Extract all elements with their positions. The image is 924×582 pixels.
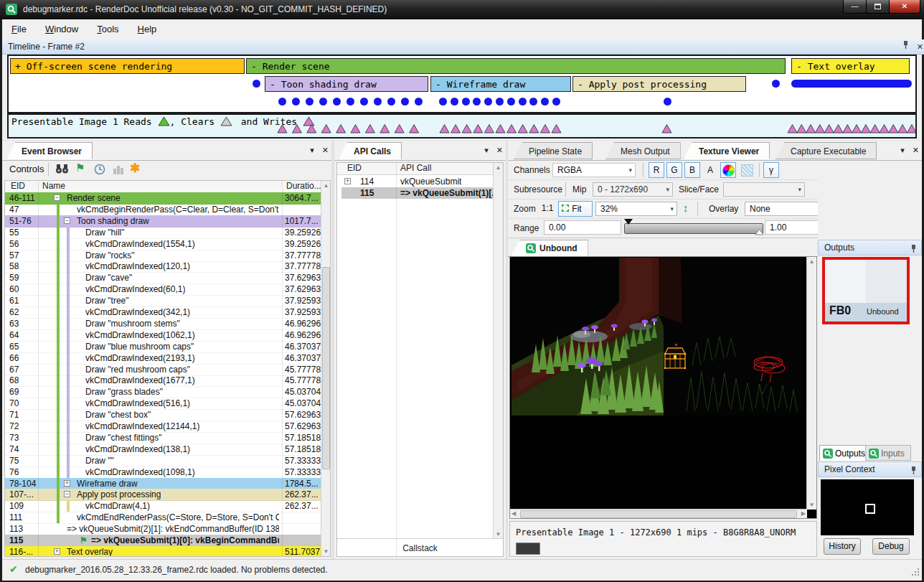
event-row[interactable]: 59Draw "cave"37.62963 (5, 272, 322, 284)
pin-icon[interactable] (910, 465, 917, 480)
tab-texture-viewer[interactable]: Texture Viewer (684, 142, 770, 159)
colorwheel-button[interactable] (720, 162, 736, 178)
timeline-draw-dot[interactable] (772, 80, 780, 88)
timeline-draw-dot[interactable] (519, 98, 527, 105)
timeline-draw-dot[interactable] (664, 98, 671, 105)
callstack-label[interactable]: Callstack (337, 543, 503, 553)
timeline-draw-dot[interactable] (292, 98, 300, 105)
channels-select[interactable]: RGBA▾ (552, 163, 636, 177)
event-row[interactable]: ⚑115=> vkQueueSubmit(1)[0]: vkBeginComma… (5, 535, 322, 547)
resize-grip[interactable] (911, 568, 920, 579)
timeline-draw-pill[interactable] (791, 80, 912, 88)
event-row[interactable]: 61Draw "tree"37.92593 (5, 295, 322, 307)
timeline-draw-dot[interactable] (484, 98, 492, 105)
timeline-marker-render-scene[interactable]: - Render scene (246, 58, 786, 74)
minimize-button[interactable]: — (843, 0, 867, 14)
event-row[interactable]: 66vkCmdDrawIndexed(2193,1)46.37037 (5, 352, 322, 365)
history-button[interactable]: History (824, 538, 861, 555)
event-row[interactable]: 62vkCmdDrawIndexed(342,1)37.92593 (5, 306, 322, 319)
event-row[interactable]: 111vkCmdEndRenderPass(C=Store, D=Store, … (5, 512, 322, 524)
event-row[interactable]: −51-76Toon shading draw1017.7... (5, 215, 322, 227)
timeline-draw-dot[interactable] (360, 98, 368, 105)
zoom-1to1-button[interactable]: 1:1 (538, 201, 557, 217)
maximize-button[interactable] (866, 0, 890, 14)
api-scrollbar[interactable]: ▲ ▼ (493, 163, 503, 539)
expand-icon[interactable]: + (64, 480, 70, 487)
timeline-marker-wireframe-draw[interactable]: - Wireframe draw (430, 76, 571, 92)
timeline-draw-dot[interactable] (507, 98, 515, 105)
gamma-button[interactable]: γ (763, 162, 779, 178)
api-call-row[interactable]: 115=> vkQueueSubmit(1)[... (341, 187, 494, 199)
tab-outputs[interactable]: Outputs (819, 445, 872, 461)
event-row[interactable]: 75Draw ""57.33333 (5, 455, 322, 467)
timeline-marker-toon-shading-draw[interactable]: - Toon shading draw (265, 76, 428, 92)
mip-select[interactable]: 0 - 1272x690▾ (593, 182, 673, 197)
col-eid[interactable]: EID (11, 181, 25, 191)
pin-icon[interactable] (902, 42, 909, 51)
range-black-marker[interactable] (624, 219, 633, 225)
event-row[interactable]: 71Draw "chest box"57.62963 (5, 409, 322, 421)
timeline-draw-dot[interactable] (346, 98, 354, 105)
event-scrollbar-thumb[interactable] (322, 267, 330, 469)
flip-y-icon[interactable]: ↕ (683, 202, 689, 214)
bookmark-icon[interactable]: ✱ (130, 161, 140, 176)
timeline-bars[interactable]: + Off-screen scene rendering- Render sce… (7, 55, 917, 113)
menu-tools[interactable]: Tools (88, 19, 128, 39)
texture-hscrollbar[interactable]: ◀ ▶ (510, 509, 807, 518)
tab-unbound-texture[interactable]: Unbound (511, 240, 588, 256)
fb0-thumbnail[interactable]: FB0 Unbound (822, 257, 910, 324)
pixel-context-view[interactable] (821, 479, 914, 535)
tab-pipeline-state[interactable]: Pipeline State (514, 142, 593, 159)
event-row[interactable]: 72vkCmdDrawIndexed(12144,1)57.62963 (5, 421, 322, 433)
close-icon[interactable]: ✕ (496, 146, 503, 154)
collapse-icon[interactable]: − (64, 491, 70, 497)
range-min-input[interactable]: 0.00 (544, 220, 621, 235)
event-row[interactable]: 65Draw "blue mushroom caps"46.37037 (5, 341, 322, 353)
timeline-draw-dot[interactable] (319, 98, 327, 105)
timeline-draw-dot[interactable] (306, 98, 314, 105)
event-scrollbar[interactable]: ▲ ▼ (321, 181, 331, 556)
event-row[interactable]: 47vkCmdBeginRenderPass(C=Clear, D=Clear,… (5, 204, 322, 216)
timeline-draw-dot[interactable] (451, 98, 458, 105)
event-row[interactable]: 63Draw "mushroom stems"46.96296 (5, 318, 322, 330)
debug-button[interactable]: Debug (872, 538, 910, 555)
tab-inputs[interactable]: Inputs (865, 445, 911, 461)
expand-icon[interactable]: + (54, 548, 60, 555)
event-row[interactable]: 56vkCmdDrawIndexed(1554,1)39.25926 (5, 238, 322, 250)
event-row[interactable]: 73Draw "chest fittings"57.18518 (5, 432, 322, 444)
hatch-button[interactable] (739, 162, 755, 178)
event-row[interactable]: 74vkCmdDrawIndexed(138,1)57.18518 (5, 443, 322, 456)
expand-icon[interactable]: + (344, 178, 351, 184)
stats-icon[interactable] (113, 164, 124, 177)
collapse-icon[interactable]: − (54, 194, 60, 201)
event-row[interactable]: 55Draw "hill"39.25926 (5, 227, 322, 239)
timeline-draw-dot[interactable] (462, 98, 470, 105)
close-icon[interactable]: ✕ (917, 42, 923, 51)
menu-window[interactable]: Window (36, 19, 88, 39)
timeline-marker-text-overlay[interactable]: - Text overlay (791, 58, 910, 74)
timeline-draw-dot[interactable] (387, 98, 395, 105)
tab-api-calls[interactable]: API Calls (339, 142, 402, 159)
range-slider[interactable] (624, 223, 763, 234)
timeline-draw-dot[interactable] (439, 98, 447, 105)
event-row[interactable]: +116-...Text overlay511.7037 (5, 546, 322, 557)
event-row[interactable]: 70vkCmdDrawIndexed(516,1)45.03704 (5, 398, 322, 410)
channel-a-button[interactable]: A (702, 162, 718, 178)
timeline-draw-dot[interactable] (473, 98, 481, 105)
event-row[interactable]: 60vkCmdDrawIndexed(60,1)37.62963 (5, 283, 322, 296)
panel-menu-icon[interactable]: ▾ (310, 146, 314, 154)
time-draws-icon[interactable] (94, 164, 105, 178)
event-row[interactable]: 109vkCmdDraw(4,1)262.37... (5, 500, 322, 512)
texture-vscrollbar[interactable]: ▲ ▼ (806, 257, 816, 510)
collapse-icon[interactable]: − (64, 217, 70, 224)
menu-file[interactable]: File (2, 19, 36, 39)
texture-image[interactable] (512, 258, 803, 416)
goto-flag-icon[interactable]: ⚑ (75, 161, 85, 174)
menu-help[interactable]: Help (128, 19, 166, 39)
timeline-draw-dot[interactable] (552, 98, 560, 105)
api-call-row[interactable]: +114vkQueueSubmit (337, 176, 494, 187)
event-row[interactable]: −46-111Render scene3064.7... (5, 192, 322, 205)
col-eid[interactable]: EID (347, 163, 362, 173)
zoom-fit-button[interactable]: Fit (558, 201, 593, 217)
zoom-select[interactable]: 32%▾ (595, 202, 677, 216)
